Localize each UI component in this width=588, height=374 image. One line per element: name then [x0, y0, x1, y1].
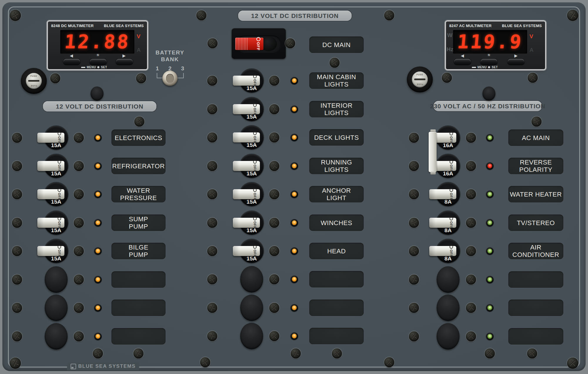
- ac-main-tie-bar[interactable]: [429, 132, 437, 172]
- led-core: [487, 135, 492, 140]
- panel-screw: [12, 218, 22, 228]
- indicator-led-amber: [290, 332, 298, 340]
- breaker-toggle-lever[interactable]: OFF: [37, 218, 64, 228]
- panel-screw: [133, 348, 143, 358]
- panel-screw: [466, 161, 476, 171]
- breaker-amp-rating: 15A: [240, 170, 263, 177]
- panel-screw: [74, 189, 84, 199]
- breaker-off-marking: OFF: [446, 190, 456, 199]
- led-core: [292, 135, 297, 140]
- breaker-toggle-lever[interactable]: OFF: [37, 189, 64, 199]
- breaker-toggle-lever[interactable]: OFF: [429, 189, 456, 199]
- led-core: [487, 249, 492, 253]
- breaker-toggle-lever[interactable]: OFF: [429, 246, 456, 256]
- breaker-off-marking: OFF: [54, 218, 64, 227]
- panel-screw: [269, 303, 279, 313]
- panel-screw: [207, 246, 217, 256]
- blank-breaker-dome: [240, 323, 263, 349]
- panel-screw: [74, 246, 84, 256]
- breaker-toggle-lever[interactable]: OFF: [429, 218, 456, 228]
- off-label: OFF: [58, 164, 61, 172]
- panel-screw: [285, 38, 295, 48]
- circuit-label: REVERSE POLARITY: [508, 158, 563, 174]
- indicator-led-amber: [290, 162, 298, 170]
- panel-screw: [409, 331, 419, 341]
- panel-screw: [12, 133, 22, 143]
- panel-screw: [207, 218, 217, 228]
- breaker-off-marking: OFF: [446, 247, 456, 255]
- panel-screw: [269, 331, 279, 341]
- circuit-label: AIR CONDITIONER: [508, 243, 563, 259]
- breaker-amp-rating: 16A: [436, 170, 460, 177]
- panel-screw: [207, 303, 217, 313]
- breaker-toggle-lever[interactable]: OFF: [233, 132, 260, 142]
- panel-screw: [409, 275, 419, 285]
- blank-circuit-label: [508, 271, 563, 288]
- circuit-label: SUMP PUMP: [111, 215, 166, 231]
- indicator-led-green: [486, 247, 494, 255]
- indicator-led-amber: [94, 134, 102, 142]
- off-label: OFF: [253, 221, 257, 229]
- off-ring-icon: [253, 75, 257, 78]
- panel-screw: [466, 246, 476, 256]
- panel-screw: [207, 274, 217, 284]
- led-core: [292, 305, 297, 310]
- off-label: OFF: [450, 164, 453, 172]
- off-label: OFF: [253, 193, 257, 200]
- indicator-led-amber: [94, 333, 102, 340]
- breaker-toggle-lever[interactable]: OFF: [233, 104, 260, 114]
- off-label: OFF: [450, 221, 453, 229]
- breaker-toggle-lever[interactable]: OFF: [233, 161, 260, 171]
- indicator-led-green: [486, 219, 494, 227]
- blank-circuit-label: [508, 328, 563, 345]
- breaker-toggle-lever[interactable]: OFF: [233, 189, 260, 199]
- breaker-amp-rating: 15A: [240, 114, 263, 120]
- breaker-toggle-lever[interactable]: OFF: [37, 246, 64, 256]
- panel-screw: [409, 246, 419, 256]
- breaker-toggle-lever[interactable]: OFF: [233, 218, 260, 228]
- panel-screw: [409, 133, 419, 143]
- panel-screw: [12, 275, 22, 285]
- blank-circuit-label: [508, 300, 563, 316]
- indicator-led-amber: [290, 134, 298, 141]
- breaker-amp-rating: 15A: [44, 255, 68, 262]
- breaker-amp-rating: 8A: [436, 227, 460, 234]
- breaker-toggle-lever[interactable]: OFF: [37, 133, 64, 143]
- panel-screw: [207, 132, 217, 142]
- off-ring-icon: [450, 217, 453, 220]
- circuit-label: WATER HEATER: [508, 186, 563, 202]
- circuit-label: WINCHES: [309, 215, 364, 231]
- circuit-label: REFRIGERATOR: [111, 158, 166, 174]
- led-core: [292, 78, 297, 83]
- breaker-off-marking: OFF: [54, 133, 64, 142]
- panel-screw: [466, 218, 476, 228]
- off-ring-icon: [58, 132, 61, 135]
- indicator-led-red: [486, 162, 494, 170]
- led-core: [292, 249, 297, 253]
- panel-screw: [466, 275, 476, 285]
- breaker-off-marking: OFF: [54, 190, 64, 199]
- breaker-toggle-lever[interactable]: OFF: [233, 76, 260, 86]
- led-core: [487, 164, 492, 168]
- blank-circuit-label: [309, 300, 364, 316]
- circuit-label: HEAD: [309, 243, 364, 259]
- breaker-amp-rating: 15A: [240, 255, 263, 262]
- led-core: [487, 334, 492, 339]
- off-ring-icon: [58, 188, 61, 192]
- breaker-toggle-lever[interactable]: OFF: [233, 246, 260, 256]
- off-label: OFF: [58, 250, 61, 257]
- breaker-amp-rating: 16A: [436, 142, 460, 149]
- circuit-label: MAIN CABIN LIGHTS: [309, 72, 364, 89]
- off-ring-icon: [450, 132, 453, 135]
- off-ring-icon: [253, 103, 257, 107]
- led-core: [292, 107, 297, 112]
- blank-breaker-dome: [240, 295, 263, 321]
- breaker-amp-rating: 15A: [44, 142, 68, 149]
- indicator-led-green: [486, 276, 494, 283]
- circuit-label: WATER PRESSURE: [111, 186, 166, 202]
- indicator-led-green: [486, 304, 494, 312]
- breaker-amp-rating: 8A: [436, 255, 460, 262]
- off-label: OFF: [58, 221, 61, 229]
- breaker-toggle-lever[interactable]: OFF: [37, 161, 64, 171]
- breaker-panel: { "colors": { "panel": "#475056", "title…: [0, 0, 588, 374]
